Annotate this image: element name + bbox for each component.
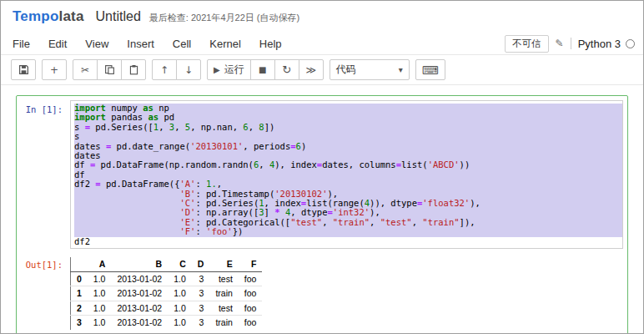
save-icon [18,64,29,75]
stop-icon: ■ [259,65,266,74]
interrupt-kernel-button[interactable]: ■ [250,59,275,80]
notebook-title[interactable]: Untitled [96,9,141,24]
table-cell: foo [239,316,263,330]
restart-icon: ↻ [282,63,291,76]
table-header-cell [71,257,88,271]
menu-cell[interactable]: Cell [173,38,191,50]
row-index: 3 [71,316,88,330]
code-line: dates = pd.date_range('20130101', period… [74,142,622,151]
menu-right: 不可信 ✎ Python 3 [505,35,635,53]
code-tail-block: df2 [74,237,622,246]
plus-icon: + [50,64,58,76]
table-cell: 2013-01-02 [111,316,168,330]
toolbar: + ✂ ↑ ↓ ▶运行 ■ ↻ ≫ 代码 ▾ ⌨ [1,55,643,85]
table-header-cell: D [192,257,210,271]
table-cell: 1.0 [88,316,112,330]
paste-cell-button[interactable] [121,59,146,80]
arrow-up-icon: ↑ [160,64,169,76]
app-logo[interactable]: Tempolata [13,8,84,25]
row-index: 0 [71,271,88,286]
code-editor[interactable]: import numpy as npimport pandas as pds =… [70,100,623,249]
table-cell: 1.0 [88,286,112,301]
copy-cell-button[interactable] [97,59,122,80]
table-cell: 3 [192,271,210,286]
table-cell: train [209,316,238,330]
table-cell: test [209,271,238,286]
paste-icon [128,64,139,75]
kernel-status-icon [626,39,635,48]
logo-text-primary: Tempo [13,8,58,24]
table-cell: 3 [192,301,210,316]
restart-kernel-button[interactable]: ↻ [274,59,299,80]
cell-type-select[interactable]: 代码 ▾ [330,59,410,80]
table-cell: 3 [192,286,210,301]
table-row: 2 1.0 2013-01-02 1.0 3 test foo [71,301,263,316]
code-cell[interactable]: In [1]: import numpy as npimport pandas … [16,95,628,334]
move-cell-up-button[interactable]: ↑ [152,59,177,80]
code-line: df = pd.DataFrame(np.random.randn(6, 4),… [74,160,622,170]
command-palette-button[interactable]: ⌨ [415,59,445,80]
table-cell: 2013-01-02 [111,286,168,301]
chevron-down-icon: ▾ [399,65,403,74]
code-selected-block: import numpy as npimport pandas as pds =… [74,104,622,237]
output-area: A B C D E F 0 1.0 [70,256,262,330]
trust-indicator[interactable]: 不可信 [505,35,549,53]
table-cell: foo [239,271,263,286]
menu-items: File Edit View Insert Cell Kernel Help [13,38,300,50]
code-line: 'F': 'foo'}) [74,227,622,236]
fast-forward-icon: ≫ [305,64,316,76]
scissors-icon: ✂ [81,64,89,76]
keyboard-icon: ⌨ [422,63,439,77]
arrow-down-icon: ↓ [184,64,193,76]
output-prompt: Out[1]: [17,256,70,330]
table-cell: test [209,301,238,316]
table-row: 1 1.0 2013-01-02 1.0 3 train foo [71,286,263,301]
cell-type-value: 代码 [336,63,356,77]
table-cell: 2013-01-02 [111,271,168,286]
code-line: s = pd.Series([1, 3, 5, np.nan, 6, 8]) [74,123,622,132]
table-cell: 1.0 [168,271,192,286]
table-row: 3 1.0 2013-01-02 1.0 3 train foo [71,316,263,330]
cell-input-row: In [1]: import numpy as npimport pandas … [17,100,623,249]
cut-cell-button[interactable]: ✂ [73,59,98,80]
code-line: df2 [74,237,622,246]
table-cell: foo [239,301,263,316]
table-cell: 1.0 [88,301,112,316]
menu-bar: File Edit View Insert Cell Kernel Help 不… [1,33,643,55]
menu-file[interactable]: File [13,38,30,50]
logo-text-secondary: lata [58,8,83,24]
run-button-label: 运行 [224,63,244,77]
menu-edit[interactable]: Edit [48,38,67,50]
notebook-container: In [1]: import numpy as npimport pandas … [1,85,643,333]
play-icon: ▶ [214,65,220,74]
table-cell: 1.0 [168,286,192,301]
insert-cell-button[interactable]: + [42,59,67,80]
dataframe-table: A B C D E F 0 1.0 [70,257,262,330]
menu-kernel[interactable]: Kernel [209,38,241,50]
notebook-app: Tempolata Untitled 最后检查: 2021年4月22日 (自动保… [0,0,644,334]
menu-insert[interactable]: Insert [127,38,154,50]
table-cell: 2013-01-02 [111,301,168,316]
table-cell: 1.0 [168,316,192,330]
menu-view[interactable]: View [85,38,108,50]
divider [571,38,571,49]
move-cell-down-button[interactable]: ↓ [176,59,201,80]
input-prompt: In [1]: [17,100,70,249]
save-button[interactable] [11,59,36,80]
table-cell: 3 [192,316,210,330]
cell-output-row: Out[1]: A B C D E F [17,256,623,330]
table-cell: foo [239,286,263,301]
pencil-icon: ✎ [556,38,564,49]
table-header-row: A B C D E F [71,257,263,271]
table-header-cell: F [239,257,263,271]
table-cell: train [209,286,238,301]
table-header-cell: B [111,257,168,271]
row-index: 2 [71,301,88,316]
menu-help[interactable]: Help [259,38,282,50]
run-cell-button[interactable]: ▶运行 [207,59,251,80]
table-row: 0 1.0 2013-01-02 1.0 3 test foo [71,271,263,286]
table-cell: 1.0 [88,271,112,286]
table-header-cell: C [168,257,192,271]
restart-run-all-button[interactable]: ≫ [299,59,324,80]
kernel-name: Python 3 [578,38,621,50]
